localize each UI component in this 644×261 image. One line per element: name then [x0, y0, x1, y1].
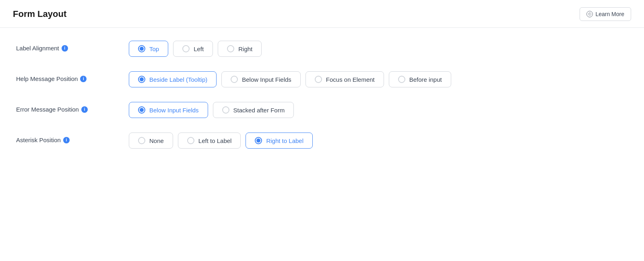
row-asterisk-position: Asterisk PositioniNoneLeft to LabelRight…: [16, 133, 628, 149]
radio-circle-error-message-position-stacked-after-form: [222, 106, 229, 114]
options-group-asterisk-position: NoneLeft to LabelRight to Label: [129, 133, 628, 149]
learn-more-icon: ©: [586, 11, 593, 17]
radio-label-asterisk-position-left-to-label: Left to Label: [198, 137, 232, 144]
radio-option-help-message-position-before-input[interactable]: Before input: [389, 71, 451, 87]
radio-option-error-message-position-below-input-fields[interactable]: Below Input Fields: [129, 102, 208, 118]
radio-inner-error-message-position-below-input-fields: [140, 108, 144, 112]
page-header: Form Layout © Learn More: [0, 0, 644, 28]
radio-label-help-message-position-beside-label: Beside Label (Tooltip): [149, 76, 207, 83]
row-label-asterisk-position: Asterisk Positioni: [16, 133, 129, 143]
radio-circle-error-message-position-below-input-fields: [138, 106, 145, 114]
radio-circle-help-message-position-beside-label: [138, 76, 145, 83]
radio-label-error-message-position-below-input-fields: Below Input Fields: [149, 107, 199, 114]
radio-option-help-message-position-focus-on-element[interactable]: Focus on Element: [305, 71, 384, 87]
info-icon-help-message-position[interactable]: i: [80, 76, 87, 82]
info-icon-asterisk-position[interactable]: i: [63, 137, 70, 143]
row-error-message-position: Error Message PositioniBelow Input Field…: [16, 102, 628, 118]
radio-circle-label-alignment-right: [227, 45, 234, 52]
radio-circle-help-message-position-below-input-fields: [231, 76, 238, 83]
radio-inner-help-message-position-beside-label: [140, 77, 144, 81]
radio-circle-label-alignment-top: [138, 45, 145, 52]
radio-option-error-message-position-stacked-after-form[interactable]: Stacked after Form: [213, 102, 294, 118]
radio-circle-asterisk-position-left-to-label: [187, 137, 194, 144]
radio-circle-help-message-position-focus-on-element: [315, 76, 322, 83]
radio-inner-asterisk-position-right-to-label: [256, 139, 260, 143]
row-label-alignment: Label AlignmentiTopLeftRight: [16, 41, 628, 57]
row-help-message-position: Help Message PositioniBeside Label (Tool…: [16, 71, 628, 87]
radio-label-help-message-position-before-input: Before input: [409, 76, 442, 83]
options-group-label-alignment: TopLeftRight: [129, 41, 628, 57]
info-icon-error-message-position[interactable]: i: [81, 106, 88, 113]
radio-option-label-alignment-top[interactable]: Top: [129, 41, 168, 57]
radio-option-label-alignment-right[interactable]: Right: [218, 41, 262, 57]
radio-label-label-alignment-top: Top: [149, 46, 159, 52]
learn-more-label: Learn More: [595, 11, 624, 17]
radio-option-help-message-position-below-input-fields[interactable]: Below Input Fields: [221, 71, 301, 87]
row-label-text-error-message-position: Error Message Position: [16, 106, 79, 113]
radio-option-asterisk-position-right-to-label[interactable]: Right to Label: [246, 133, 313, 149]
radio-label-error-message-position-stacked-after-form: Stacked after Form: [233, 107, 285, 114]
learn-more-button[interactable]: © Learn More: [580, 7, 631, 21]
row-label-text-help-message-position: Help Message Position: [16, 75, 78, 82]
radio-option-help-message-position-beside-label[interactable]: Beside Label (Tooltip): [129, 71, 217, 87]
row-label-label-alignment: Label Alignmenti: [16, 41, 129, 52]
radio-label-asterisk-position-right-to-label: Right to Label: [266, 137, 303, 144]
row-label-help-message-position: Help Message Positioni: [16, 71, 129, 82]
radio-circle-asterisk-position-right-to-label: [255, 137, 262, 144]
radio-label-label-alignment-right: Right: [238, 46, 252, 52]
page-title: Form Layout: [13, 9, 66, 19]
radio-label-help-message-position-focus-on-element: Focus on Element: [326, 76, 375, 83]
row-label-error-message-position: Error Message Positioni: [16, 102, 129, 113]
radio-label-help-message-position-below-input-fields: Below Input Fields: [242, 76, 291, 83]
radio-circle-label-alignment-left: [182, 45, 190, 52]
radio-circle-help-message-position-before-input: [398, 76, 405, 83]
info-icon-label-alignment[interactable]: i: [62, 45, 68, 52]
radio-label-asterisk-position-none: None: [149, 137, 164, 144]
radio-option-asterisk-position-left-to-label[interactable]: Left to Label: [178, 133, 241, 149]
radio-inner-label-alignment-top: [140, 47, 144, 51]
row-label-text-asterisk-position: Asterisk Position: [16, 137, 61, 143]
radio-option-label-alignment-left[interactable]: Left: [173, 41, 213, 57]
row-label-text-label-alignment: Label Alignment: [16, 45, 59, 52]
options-group-help-message-position: Beside Label (Tooltip)Below Input Fields…: [129, 71, 628, 87]
radio-option-asterisk-position-none[interactable]: None: [129, 133, 173, 149]
radio-circle-asterisk-position-none: [138, 137, 145, 144]
form-layout-content: Label AlignmentiTopLeftRightHelp Message…: [0, 28, 644, 176]
radio-label-label-alignment-left: Left: [194, 46, 204, 52]
options-group-error-message-position: Below Input FieldsStacked after Form: [129, 102, 628, 118]
